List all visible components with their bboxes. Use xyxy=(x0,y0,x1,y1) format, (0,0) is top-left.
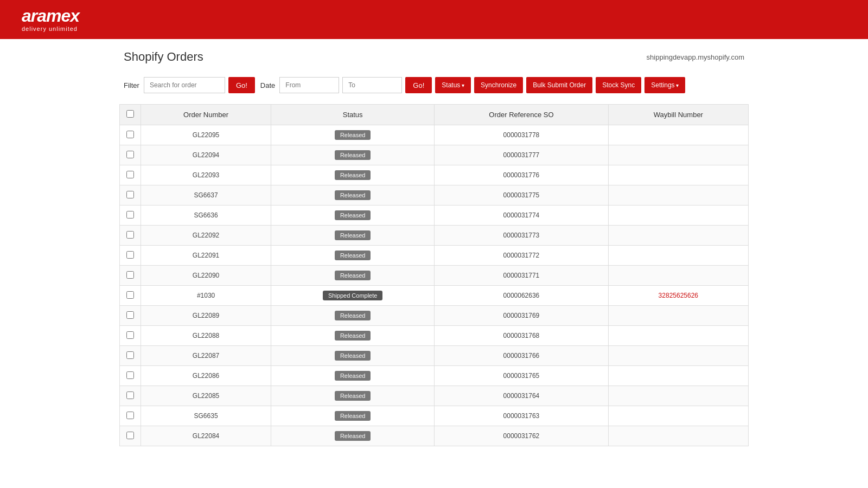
logo-text: aramex xyxy=(22,7,79,24)
row-checkbox[interactable] xyxy=(126,432,134,439)
waybill-cell xyxy=(608,266,748,286)
row-checkbox[interactable] xyxy=(126,311,134,319)
row-checkbox[interactable] xyxy=(126,151,134,158)
table-row: GL22091Released0000031772 xyxy=(120,246,749,266)
order-number-cell: GL22092 xyxy=(141,226,271,246)
table-row: GL22088Released0000031768 xyxy=(120,326,749,346)
row-checkbox[interactable] xyxy=(126,271,134,279)
status-badge: Released xyxy=(335,150,371,160)
search-go-button[interactable]: Go! xyxy=(228,77,255,93)
row-checkbox-cell xyxy=(120,206,141,226)
col-header-status: Status xyxy=(271,105,435,125)
table-row: GL22086Released0000031765 xyxy=(120,366,749,386)
store-url: shippingdevapp.myshopify.com xyxy=(647,53,744,61)
col-header-waybill: Waybill Number xyxy=(608,105,748,125)
status-badge: Released xyxy=(335,411,371,421)
row-checkbox[interactable] xyxy=(126,131,134,138)
row-checkbox[interactable] xyxy=(126,231,134,239)
order-ref-cell: 0000031768 xyxy=(435,326,608,346)
row-checkbox[interactable] xyxy=(126,191,134,198)
order-ref-cell: 0000031765 xyxy=(435,366,608,386)
order-number-cell: GL22090 xyxy=(141,266,271,286)
waybill-cell xyxy=(608,406,748,426)
row-checkbox[interactable] xyxy=(126,291,134,299)
row-checkbox-cell xyxy=(120,125,141,145)
order-number-cell: GL22094 xyxy=(141,145,271,165)
row-checkbox[interactable] xyxy=(126,391,134,399)
settings-button[interactable]: Settings xyxy=(644,77,685,93)
row-checkbox[interactable] xyxy=(126,351,134,359)
filter-bar: Filter Go! Date Go! Status Synchronize B… xyxy=(119,77,749,93)
status-cell: Released xyxy=(271,206,435,226)
order-ref-cell: 0000031762 xyxy=(435,426,608,446)
status-badge: Released xyxy=(335,391,371,401)
date-go-button[interactable]: Go! xyxy=(405,77,432,93)
order-number-cell: SG6635 xyxy=(141,406,271,426)
order-number-cell: GL22093 xyxy=(141,165,271,185)
search-input[interactable] xyxy=(144,77,225,93)
row-checkbox-cell xyxy=(120,406,141,426)
row-checkbox-cell xyxy=(120,386,141,406)
status-cell: Released xyxy=(271,226,435,246)
order-number-cell: GL22084 xyxy=(141,426,271,446)
waybill-cell xyxy=(608,165,748,185)
table-header-checkbox xyxy=(120,105,141,125)
status-badge: Released xyxy=(335,271,371,280)
order-ref-cell: 0000031764 xyxy=(435,386,608,406)
row-checkbox-cell xyxy=(120,226,141,246)
waybill-cell xyxy=(608,145,748,165)
status-cell: Shipped Complete xyxy=(271,286,435,306)
status-cell: Released xyxy=(271,386,435,406)
status-badge: Shipped Complete xyxy=(323,291,383,300)
row-checkbox[interactable] xyxy=(126,171,134,178)
status-cell: Released xyxy=(271,306,435,326)
status-badge: Released xyxy=(335,351,371,361)
order-number-cell: SG6636 xyxy=(141,206,271,226)
synchronize-button[interactable]: Synchronize xyxy=(474,77,523,93)
order-ref-cell: 0000031763 xyxy=(435,406,608,426)
status-badge: Released xyxy=(335,210,371,220)
waybill-cell xyxy=(608,206,748,226)
status-cell: Released xyxy=(271,185,435,206)
table-row: GL22085Released0000031764 xyxy=(120,386,749,406)
order-number-cell: GL22095 xyxy=(141,125,271,145)
table-row: GL22084Released0000031762 xyxy=(120,426,749,446)
bulk-submit-button[interactable]: Bulk Submit Order xyxy=(526,77,592,93)
orders-table: Order Number Status Order Reference SO W… xyxy=(119,104,749,446)
row-checkbox[interactable] xyxy=(126,371,134,379)
logo: aramex delivery unlimited xyxy=(22,7,79,32)
order-ref-cell: 0000031772 xyxy=(435,246,608,266)
row-checkbox-cell xyxy=(120,266,141,286)
row-checkbox[interactable] xyxy=(126,412,134,419)
page-title: Shopify Orders xyxy=(124,50,203,64)
select-all-checkbox[interactable] xyxy=(126,110,134,118)
row-checkbox-cell xyxy=(120,165,141,185)
date-from-input[interactable] xyxy=(279,77,339,93)
row-checkbox-cell xyxy=(120,426,141,446)
date-to-input[interactable] xyxy=(342,77,402,93)
status-badge: Released xyxy=(335,170,371,180)
order-number-cell: GL22087 xyxy=(141,346,271,366)
waybill-cell xyxy=(608,386,748,406)
stock-sync-button[interactable]: Stock Sync xyxy=(596,77,641,93)
order-ref-cell: 0000062636 xyxy=(435,286,608,306)
row-checkbox[interactable] xyxy=(126,251,134,259)
page-title-row: Shopify Orders shippingdevapp.myshopify.… xyxy=(119,50,749,64)
waybill-link[interactable]: 32825625626 xyxy=(659,292,698,299)
waybill-cell xyxy=(608,125,748,145)
order-number-cell: #1030 xyxy=(141,286,271,306)
status-dropdown-button[interactable]: Status xyxy=(435,77,471,93)
row-checkbox[interactable] xyxy=(126,211,134,219)
row-checkbox-cell xyxy=(120,346,141,366)
status-cell: Released xyxy=(271,165,435,185)
order-ref-cell: 0000031776 xyxy=(435,165,608,185)
row-checkbox[interactable] xyxy=(126,331,134,339)
order-ref-cell: 0000031771 xyxy=(435,266,608,286)
waybill-cell xyxy=(608,346,748,366)
table-row: SG6635Released0000031763 xyxy=(120,406,749,426)
order-number-cell: GL22085 xyxy=(141,386,271,406)
table-row: GL22095Released0000031778 xyxy=(120,125,749,145)
waybill-cell xyxy=(608,426,748,446)
waybill-cell xyxy=(608,366,748,386)
row-checkbox-cell xyxy=(120,306,141,326)
